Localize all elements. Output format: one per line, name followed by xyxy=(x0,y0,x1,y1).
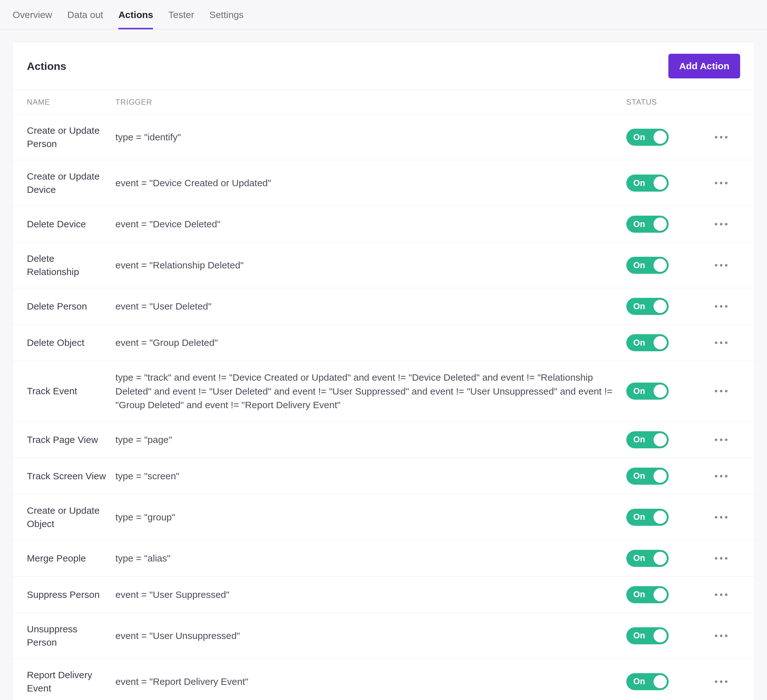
status-toggle[interactable]: On xyxy=(626,298,669,315)
dots-horizontal-icon xyxy=(715,223,718,226)
dots-horizontal-icon xyxy=(720,390,722,392)
action-name[interactable]: Track Screen View xyxy=(27,469,115,483)
status-toggle[interactable]: On xyxy=(626,468,669,485)
table-row: Delete Relationshipevent = "Relationship… xyxy=(13,242,754,288)
dots-horizontal-icon xyxy=(725,223,727,226)
dots-horizontal-icon xyxy=(720,557,722,560)
row-menu-button[interactable] xyxy=(702,136,740,138)
dots-horizontal-icon xyxy=(720,593,722,596)
dots-horizontal-icon xyxy=(720,635,722,637)
toggle-knob xyxy=(654,130,667,144)
action-trigger: type = "track" and event != "Device Crea… xyxy=(115,371,626,412)
dots-horizontal-icon xyxy=(715,516,718,519)
row-menu-button[interactable] xyxy=(702,264,740,267)
status-toggle[interactable]: On xyxy=(626,129,669,146)
status-toggle[interactable]: On xyxy=(626,431,669,448)
row-menu-button[interactable] xyxy=(702,557,740,560)
tab-overview[interactable]: Overview xyxy=(13,10,52,29)
dots-horizontal-icon xyxy=(720,516,722,519)
dots-horizontal-icon xyxy=(715,557,718,560)
status-toggle[interactable]: On xyxy=(626,673,669,690)
toggle-label: On xyxy=(633,178,645,188)
action-status: On xyxy=(626,129,702,146)
row-menu-button[interactable] xyxy=(702,342,740,344)
action-name[interactable]: Track Page View xyxy=(27,433,115,446)
row-menu-button[interactable] xyxy=(702,593,740,596)
action-status: On xyxy=(626,468,702,485)
tab-data-out[interactable]: Data out xyxy=(67,10,103,29)
dots-horizontal-icon xyxy=(715,264,718,267)
status-toggle[interactable]: On xyxy=(626,334,669,351)
action-name[interactable]: Delete Person xyxy=(27,300,115,313)
toggle-knob xyxy=(654,300,667,313)
tab-settings[interactable]: Settings xyxy=(209,10,243,29)
status-toggle[interactable]: On xyxy=(626,550,669,567)
action-name[interactable]: Report Delivery Event xyxy=(27,668,115,695)
status-toggle[interactable]: On xyxy=(626,175,669,192)
action-name[interactable]: Suppress Person xyxy=(27,588,115,601)
card-title: Actions xyxy=(27,60,67,72)
action-name[interactable]: Create or Update Device xyxy=(27,170,115,196)
dots-horizontal-icon xyxy=(715,342,718,344)
action-trigger: type = "group" xyxy=(115,510,626,524)
dots-horizontal-icon xyxy=(725,390,727,392)
row-menu-button[interactable] xyxy=(702,223,740,226)
toggle-knob xyxy=(654,588,667,601)
status-toggle[interactable]: On xyxy=(626,257,669,274)
action-trigger: event = "User Unsuppressed" xyxy=(115,629,626,643)
dots-horizontal-icon xyxy=(725,516,727,519)
toggle-label: On xyxy=(633,590,645,600)
tab-tester[interactable]: Tester xyxy=(168,10,194,29)
tab-actions[interactable]: Actions xyxy=(118,10,153,29)
status-toggle[interactable]: On xyxy=(626,586,669,603)
card-header: Actions Add Action xyxy=(13,42,754,90)
row-menu-button[interactable] xyxy=(702,516,740,519)
dots-horizontal-icon xyxy=(720,680,722,683)
action-status: On xyxy=(626,175,702,192)
column-header-name: NAME xyxy=(27,98,115,107)
row-menu-button[interactable] xyxy=(702,635,740,637)
status-toggle[interactable]: On xyxy=(626,627,669,644)
dots-horizontal-icon xyxy=(720,439,722,441)
actions-card: Actions Add Action NAME TRIGGER STATUS C… xyxy=(13,42,754,700)
table-row: Track Page Viewtype = "page"On xyxy=(13,422,754,458)
dots-horizontal-icon xyxy=(725,136,727,138)
dots-horizontal-icon xyxy=(720,305,722,308)
action-status: On xyxy=(626,431,702,448)
table-row: Suppress Personevent = "User Suppressed"… xyxy=(13,577,754,613)
status-toggle[interactable]: On xyxy=(626,216,669,233)
add-action-button[interactable]: Add Action xyxy=(668,54,740,78)
column-header-status: STATUS xyxy=(626,98,702,107)
dots-horizontal-icon xyxy=(720,264,722,267)
row-menu-button[interactable] xyxy=(702,475,740,477)
action-name[interactable]: Create or Update Person xyxy=(27,124,115,151)
row-menu-button[interactable] xyxy=(702,680,740,683)
dots-horizontal-icon xyxy=(720,136,722,138)
action-name[interactable]: Delete Device xyxy=(27,218,115,231)
status-toggle[interactable]: On xyxy=(626,509,669,526)
toggle-label: On xyxy=(633,261,645,270)
action-trigger: type = "screen" xyxy=(115,469,626,483)
table-row: Create or Update Persontype = "identify"… xyxy=(13,115,754,160)
dots-horizontal-icon xyxy=(720,223,722,226)
action-name[interactable]: Delete Object xyxy=(27,336,115,349)
row-menu-button[interactable] xyxy=(702,182,740,185)
action-status: On xyxy=(626,334,702,351)
dots-horizontal-icon xyxy=(715,390,718,392)
table-row: Report Delivery Eventevent = "Report Del… xyxy=(13,659,754,700)
status-toggle[interactable]: On xyxy=(626,383,669,399)
toggle-knob xyxy=(654,552,667,565)
toggle-label: On xyxy=(633,220,645,229)
toggle-knob xyxy=(654,511,667,524)
toggle-label: On xyxy=(633,631,645,641)
dots-horizontal-icon xyxy=(725,635,727,637)
action-name[interactable]: Merge People xyxy=(27,552,115,565)
table-row: Merge Peopletype = "alias"On xyxy=(13,540,754,577)
action-name[interactable]: Create or Update Object xyxy=(27,504,115,531)
action-name[interactable]: Delete Relationship xyxy=(27,252,115,278)
row-menu-button[interactable] xyxy=(702,390,740,392)
row-menu-button[interactable] xyxy=(702,305,740,308)
action-name[interactable]: Unsuppress Person xyxy=(27,622,115,649)
row-menu-button[interactable] xyxy=(702,439,740,441)
action-name[interactable]: Track Event xyxy=(27,385,115,398)
